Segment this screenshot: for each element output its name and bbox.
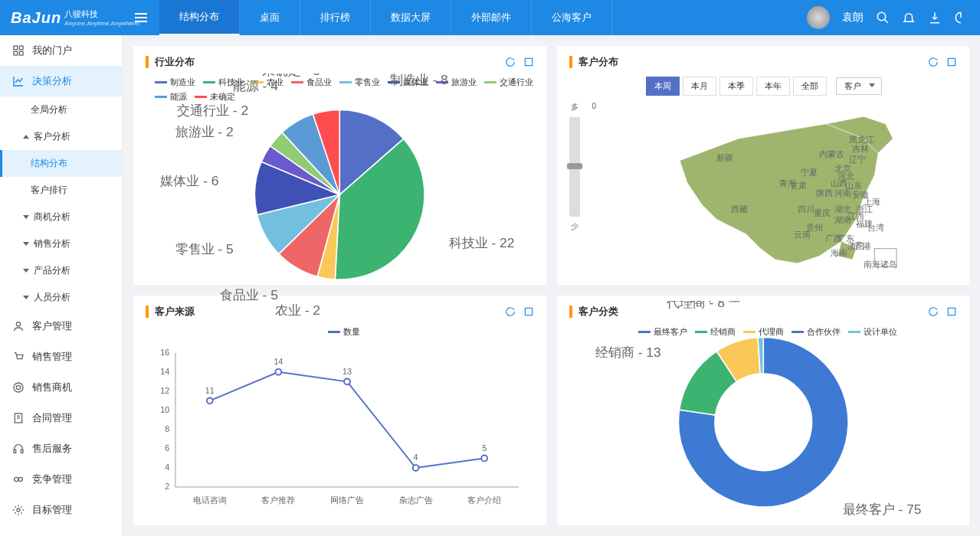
nav-label: 售后服务 — [32, 442, 72, 456]
scale-value: 0 — [592, 102, 597, 278]
nav-contract[interactable]: 合同管理 — [0, 403, 122, 433]
svg-text:5: 5 — [482, 443, 487, 453]
tab-structure[interactable]: 结构分布 — [159, 0, 240, 35]
svg-point-15 — [18, 477, 22, 481]
users-icon — [12, 320, 25, 332]
svg-text:4: 4 — [165, 462, 169, 472]
card-source: 客户来源 数量 246810121416电话咨询11客户推荐14网络广告13杂志… — [133, 296, 546, 525]
tab-bigscreen[interactable]: 数据大屏 — [371, 0, 451, 35]
maximize-icon[interactable] — [946, 57, 957, 67]
industry-pie: 制造业 - 8科技业 - 22农业 - 2食品业 - 5零售业 - 5媒体业 -… — [146, 110, 534, 279]
svg-text:6: 6 — [165, 443, 169, 453]
region-select[interactable]: 客户 — [836, 77, 882, 95]
maximize-icon[interactable] — [523, 57, 534, 67]
nav-label: 客户管理 — [32, 319, 72, 333]
nav-sales-mgmt[interactable]: 销售管理 — [0, 342, 122, 372]
svg-text:14: 14 — [274, 357, 283, 366]
source-line-chart: 246810121416电话咨询11客户推荐14网络广告13杂志广告4客户介绍5 — [146, 345, 533, 509]
svg-text:最终客户 - 75: 最终客户 - 75 — [842, 502, 921, 517]
svg-text:10: 10 — [160, 405, 169, 414]
svg-text:香港: 香港 — [854, 241, 871, 250]
sidebar: 我的门户 决策分析 全局分析 客户分析 结构分布 客户排行 商机分析 销售分析 … — [0, 35, 123, 536]
card-title: 行业分布 — [155, 55, 505, 69]
svg-rect-2 — [14, 46, 18, 50]
nav-customer-mgmt[interactable]: 客户管理 — [0, 311, 122, 342]
filter-week[interactable]: 本周 — [646, 77, 680, 96]
nav-sales-opp[interactable]: 销售商机 — [0, 372, 122, 403]
nav-competition[interactable]: 竞争管理 — [0, 464, 122, 495]
search-icon[interactable] — [876, 11, 890, 25]
gear-icon — [12, 504, 25, 516]
nav-sales-analysis[interactable]: 销售分析 — [0, 230, 122, 257]
svg-text:辽宁: 辽宁 — [849, 155, 866, 164]
nav-customer-analysis[interactable]: 客户分析 — [0, 123, 122, 150]
top-tabs: 结构分布 桌面 排行榜 数据大屏 外部邮件 公海客户 — [159, 0, 795, 35]
nav-portal[interactable]: 我的门户 — [0, 35, 122, 66]
nav-service[interactable]: 售后服务 — [0, 433, 122, 464]
svg-text:陕西: 陕西 — [816, 188, 833, 198]
cart-icon — [12, 351, 25, 363]
refresh-icon[interactable] — [928, 57, 939, 67]
svg-line-1 — [884, 19, 888, 23]
svg-text:媒体业 - 6: 媒体业 - 6 — [160, 172, 218, 188]
nav-decision[interactable]: 决策分析 — [0, 66, 122, 96]
svg-point-86 — [344, 378, 350, 384]
avatar[interactable] — [807, 6, 830, 29]
nav-opportunity[interactable]: 商机分析 — [0, 204, 122, 230]
svg-point-16 — [17, 508, 20, 511]
tab-desktop[interactable]: 桌面 — [240, 0, 300, 35]
svg-text:云南: 云南 — [794, 230, 811, 239]
svg-text:吉林: 吉林 — [853, 144, 870, 153]
nav-product-analysis[interactable]: 产品分析 — [0, 257, 122, 284]
logout-icon[interactable] — [954, 11, 968, 25]
svg-point-8 — [16, 385, 20, 389]
svg-text:客户介绍: 客户介绍 — [467, 495, 501, 505]
category-donut: 最终客户 - 75经销商 - 13代理商 - 8设计单位 - 1 — [569, 345, 958, 498]
source-legend: 数量 — [146, 326, 534, 338]
legend-label: 数量 — [343, 326, 360, 338]
svg-text:未确定 - 3: 未确定 - 3 — [262, 74, 320, 78]
svg-text:4: 4 — [414, 453, 418, 462]
svg-text:西藏: 西藏 — [731, 204, 748, 214]
nav-label: 人员分析 — [34, 291, 70, 304]
svg-text:设计单位 - 1: 设计单位 - 1 — [687, 301, 759, 304]
nav-global-analysis[interactable]: 全局分析 — [0, 96, 122, 123]
refresh-icon[interactable] — [505, 57, 516, 67]
svg-text:河南: 河南 — [834, 188, 851, 198]
svg-text:电话咨询: 电话咨询 — [193, 495, 227, 505]
tab-ranking[interactable]: 排行榜 — [300, 0, 371, 35]
main-content: 行业分布 制造业科技业农业食品业零售业媒体业旅游业交通行业能源未确定 制造业 -… — [123, 35, 980, 536]
svg-text:台湾: 台湾 — [867, 223, 884, 232]
card-industry: 行业分布 制造业科技业农业食品业零售业媒体业旅游业交通行业能源未确定 制造业 -… — [133, 46, 546, 285]
svg-point-7 — [14, 383, 23, 392]
svg-rect-5 — [19, 51, 23, 55]
nav-label: 合同管理 — [32, 411, 72, 425]
filter-month[interactable]: 本月 — [683, 77, 716, 96]
nav-customer-rank[interactable]: 客户排行 — [0, 177, 122, 204]
svg-text:宁夏: 宁夏 — [801, 168, 818, 177]
filter-quarter[interactable]: 本季 — [719, 77, 753, 96]
card-title: 客户分布 — [578, 55, 929, 69]
card-accent — [569, 56, 572, 68]
tab-mail[interactable]: 外部邮件 — [451, 0, 532, 35]
scale-slider[interactable] — [569, 117, 580, 217]
nav-personnel[interactable]: 人员分析 — [0, 284, 122, 311]
download-icon[interactable] — [928, 11, 942, 25]
svg-text:黑龙江: 黑龙江 — [849, 135, 874, 144]
svg-point-14 — [15, 477, 18, 481]
filter-year[interactable]: 本年 — [756, 77, 790, 96]
logo-tagline: Anyone,Anytime,Anywhere! — [64, 20, 139, 27]
filter-all[interactable]: 全部 — [793, 77, 827, 96]
nav-label: 商机分析 — [34, 211, 70, 224]
scale-high: 多 — [571, 102, 578, 113]
compete-icon — [12, 473, 25, 485]
svg-text:14: 14 — [160, 367, 169, 376]
svg-text:经销商 - 13: 经销商 - 13 — [595, 345, 660, 360]
bell-icon[interactable] — [902, 11, 916, 25]
nav-structure[interactable]: 结构分布 — [0, 150, 122, 177]
svg-rect-4 — [14, 51, 18, 55]
scale-low: 少 — [571, 221, 578, 232]
nav-goal[interactable]: 目标管理 — [0, 495, 122, 525]
tab-public-customer[interactable]: 公海客户 — [532, 0, 612, 35]
svg-text:杂志广告: 杂志广告 — [399, 495, 433, 505]
